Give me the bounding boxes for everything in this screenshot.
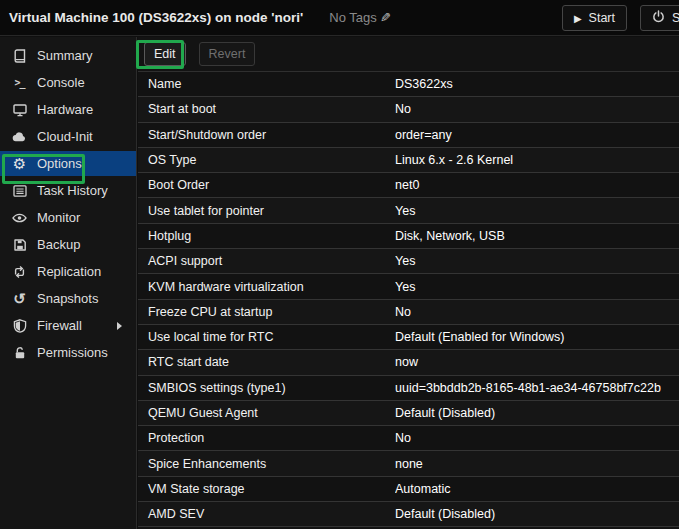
option-label: Freeze CPU at startup [138,305,395,319]
tags-control[interactable]: No Tags ✎ [329,10,390,25]
power-icon [652,10,665,26]
sidebar-item-label: Replication [37,264,101,279]
header-bar: Virtual Machine 100 (DS3622xs) on node '… [0,0,679,36]
option-value: Yes [395,204,679,218]
option-value: Automatic [395,482,679,496]
option-value: DS3622xs [395,77,679,91]
option-value: Default (Disabled) [395,507,679,521]
option-value: now [395,355,679,369]
display-icon [11,103,28,117]
sidebar-item-label: Hardware [37,102,93,117]
option-label: SMBIOS settings (type1) [138,381,395,395]
sidebar-item-permissions[interactable]: Permissions [0,340,136,365]
list-icon [11,184,28,198]
sidebar-item-replication[interactable]: Replication [0,259,136,284]
eye-icon [11,211,28,225]
revert-button[interactable]: Revert [199,42,256,66]
option-label: AMD SEV [138,507,395,521]
terminal-icon: >_ [11,77,28,88]
option-value: order=any [395,128,679,142]
option-label: KVM hardware virtualization [138,280,395,294]
table-row[interactable]: ACPI supportYes [138,249,679,274]
sidebar-item-label: Monitor [37,210,80,225]
option-value: No [395,305,679,319]
start-button[interactable]: ▶ Start [562,5,627,31]
table-row[interactable]: VM State storageAutomatic [138,477,679,502]
table-row[interactable]: Use local time for RTCDefault (Enabled f… [138,325,679,350]
option-value: Default (Enabled for Windows) [395,330,679,344]
edit-button[interactable]: Edit [144,42,186,66]
table-row[interactable]: Freeze CPU at startupNo [138,300,679,325]
proxmox-vm-options-page: Virtual Machine 100 (DS3622xs) on node '… [0,0,679,529]
retweet-icon [11,265,28,279]
option-value: net0 [395,178,679,192]
content-panel: Edit Revert NameDS3622xsStart at bootNoS… [138,37,679,529]
gear-icon: ⚙ [11,157,28,171]
sidebar-item-task-history[interactable]: Task History [0,178,136,203]
option-label: OS Type [138,153,395,167]
table-row[interactable]: Boot Ordernet0 [138,173,679,198]
start-button-label: Start [589,11,615,25]
option-value: No [395,102,679,116]
sidebar-item-hardware[interactable]: Hardware [0,97,136,122]
option-value: Yes [395,280,679,294]
shutdown-button[interactable]: Shutdown [640,5,679,31]
option-label: Protection [138,431,395,445]
option-value: No [395,431,679,445]
option-label: Start at boot [138,102,395,116]
shield-icon [11,319,28,333]
pencil-icon[interactable]: ✎ [380,10,391,25]
table-row[interactable]: Start/Shutdown orderorder=any [138,123,679,148]
shutdown-button-label: Shutdown [672,11,679,25]
cloud-icon [11,130,28,144]
options-table: NameDS3622xsStart at bootNoStart/Shutdow… [138,72,679,527]
sidebar: Summary>_ConsoleHardwareCloud-Init⚙Optio… [0,37,137,529]
sidebar-item-label: Backup [37,237,80,252]
sidebar-item-options[interactable]: ⚙Options [0,151,136,176]
table-row[interactable]: OS TypeLinux 6.x - 2.6 Kernel [138,148,679,173]
sidebar-item-label: Summary [37,48,93,63]
sidebar-item-label: Permissions [37,345,108,360]
option-value: Yes [395,254,679,268]
table-row[interactable]: HotplugDisk, Network, USB [138,224,679,249]
sidebar-item-cloud-init[interactable]: Cloud-Init [0,124,136,149]
floppy-icon [11,238,28,252]
table-row[interactable]: Spice Enhancementsnone [138,451,679,476]
table-row[interactable]: Use tablet for pointerYes [138,198,679,223]
option-label: Hotplug [138,229,395,243]
option-value: none [395,457,679,471]
option-label: Boot Order [138,178,395,192]
sidebar-item-console[interactable]: >_Console [0,70,136,95]
option-label: Start/Shutdown order [138,128,395,142]
table-row[interactable]: RTC start datenow [138,350,679,375]
option-value: Disk, Network, USB [395,229,679,243]
table-row[interactable]: ProtectionNo [138,426,679,451]
table-row[interactable]: Start at bootNo [138,97,679,122]
table-row[interactable]: NameDS3622xs [138,72,679,97]
sidebar-item-label: Options [37,156,82,171]
sidebar-item-backup[interactable]: Backup [0,232,136,257]
page-title: Virtual Machine 100 (DS3622xs) on node '… [9,10,303,25]
book-icon [11,49,28,63]
table-row[interactable]: AMD SEVDefault (Disabled) [138,502,679,527]
table-row[interactable]: SMBIOS settings (type1)uuid=3bbddb2b-816… [138,376,679,401]
option-label: Use tablet for pointer [138,204,395,218]
table-row[interactable]: KVM hardware virtualizationYes [138,274,679,299]
table-row[interactable]: QEMU Guest AgentDefault (Disabled) [138,401,679,426]
sidebar-item-monitor[interactable]: Monitor [0,205,136,230]
option-label: RTC start date [138,355,395,369]
option-value: Default (Disabled) [395,406,679,420]
caret-right-icon [117,322,122,330]
sidebar-item-label: Firewall [37,318,82,333]
tags-label: No Tags [329,10,376,25]
sidebar-item-snapshots[interactable]: ↺Snapshots [0,286,136,311]
sidebar-item-summary[interactable]: Summary [0,43,136,68]
play-icon: ▶ [574,13,582,24]
option-value: uuid=3bbddb2b-8165-48b1-ae34-46758bf7c22… [395,381,679,395]
option-label: Name [138,77,395,91]
sidebar-item-firewall[interactable]: Firewall [0,313,136,338]
sidebar-item-label: Console [37,75,85,90]
history-icon: ↺ [11,292,28,306]
toolbar: Edit Revert [138,37,679,72]
option-label: ACPI support [138,254,395,268]
